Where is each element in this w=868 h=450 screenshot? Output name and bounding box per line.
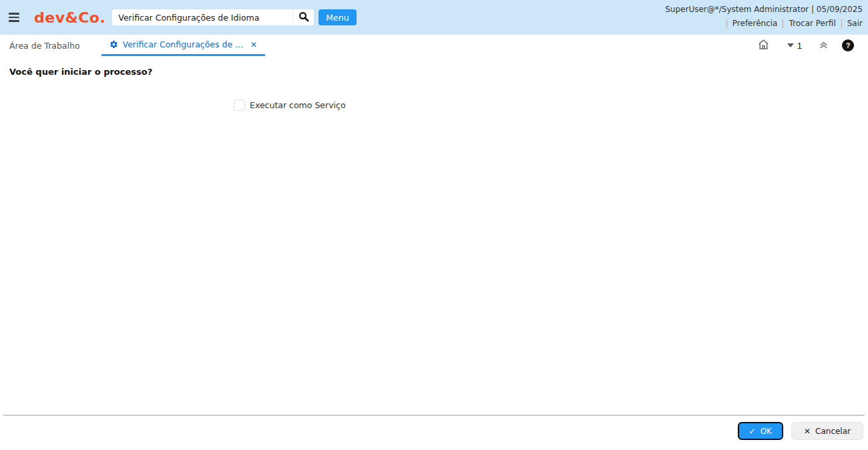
double-chevron-up-icon <box>818 39 829 52</box>
cancel-button[interactable]: ✕ Cancelar <box>791 422 863 440</box>
check-icon: ✓ <box>749 427 756 436</box>
search-icon <box>298 11 309 24</box>
ok-button-label: OK <box>761 427 772 436</box>
dialog-footer: ✓ OK ✕ Cancelar <box>0 415 868 450</box>
app-logo[interactable]: dev&Co. <box>34 9 105 26</box>
run-as-service-label: Executar como Serviço <box>250 100 346 110</box>
search-input[interactable] <box>112 9 292 25</box>
tab-close-icon[interactable]: ✕ <box>250 40 257 49</box>
tab-verify-language-settings[interactable]: Verificar Configurações de ... ✕ <box>101 35 266 56</box>
user-info: SuperUser@*/System Administrator | 05/09… <box>665 5 863 14</box>
menu-button[interactable]: Menu <box>318 9 356 25</box>
collapse-all-button[interactable] <box>818 39 829 52</box>
search-button[interactable] <box>292 9 314 25</box>
home-icon <box>757 39 770 53</box>
divider <box>783 19 783 28</box>
divider <box>841 19 842 28</box>
help-icon: ? <box>842 39 854 51</box>
help-button[interactable]: ? <box>842 39 854 51</box>
window-list-dropdown[interactable]: 1 <box>787 41 802 51</box>
run-as-service-checkbox[interactable] <box>234 99 245 111</box>
home-button[interactable] <box>757 39 770 53</box>
caret-down-icon <box>787 43 794 47</box>
cancel-button-label: Cancelar <box>815 427 851 436</box>
topbar: dev&Co. Menu SuperUser@*/System Administ… <box>0 0 868 35</box>
tab-workspace[interactable]: Área de Trabalho <box>3 35 87 56</box>
change-role-link[interactable]: Trocar Perfil <box>789 19 835 28</box>
window-count: 1 <box>797 41 802 51</box>
process-question: Você quer iniciar o processo? <box>9 67 859 77</box>
global-search <box>112 9 314 25</box>
logout-link[interactable]: Sair <box>847 19 863 28</box>
hamburger-menu-icon[interactable] <box>9 10 23 25</box>
x-icon: ✕ <box>804 427 811 436</box>
tab-label: Verificar Configurações de ... <box>123 39 243 49</box>
run-as-service-row: Executar como Serviço <box>234 99 859 111</box>
topbar-user-area: SuperUser@*/System Administrator | 05/09… <box>665 5 863 28</box>
ok-button[interactable]: ✓ OK <box>738 422 783 440</box>
tabbar: Área de Trabalho Verificar Configurações… <box>0 35 868 56</box>
preference-link[interactable]: Preferência <box>732 19 778 28</box>
divider <box>726 19 727 28</box>
gear-icon <box>110 40 118 49</box>
process-dialog: Você quer iniciar o processo? Executar c… <box>0 56 868 111</box>
